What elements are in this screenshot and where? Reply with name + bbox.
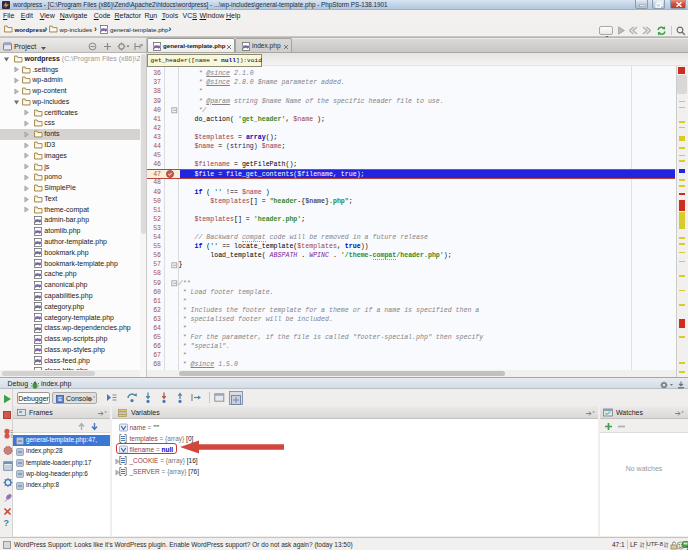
svg-text:php: php bbox=[243, 44, 249, 48]
svg-text:php: php bbox=[35, 283, 41, 287]
svg-text:*: * bbox=[105, 410, 108, 416]
svg-text:php: php bbox=[35, 273, 41, 277]
svg-text:php: php bbox=[35, 337, 41, 341]
svg-text:php: php bbox=[35, 262, 41, 266]
svg-text:E: E bbox=[58, 396, 62, 402]
svg-text:php: php bbox=[35, 359, 41, 363]
svg-text:php: php bbox=[35, 326, 41, 330]
svg-text:*: * bbox=[593, 410, 596, 416]
svg-text:*: * bbox=[682, 410, 685, 416]
svg-text:php: php bbox=[35, 305, 41, 309]
svg-text:php: php bbox=[101, 27, 107, 31]
svg-text:php: php bbox=[35, 294, 41, 298]
svg-text:php: php bbox=[35, 251, 41, 255]
svg-text:php: php bbox=[35, 240, 41, 244]
svg-text:php: php bbox=[35, 229, 41, 233]
svg-text:php: php bbox=[35, 219, 41, 223]
svg-text:php: php bbox=[35, 316, 41, 320]
svg-text:php: php bbox=[154, 44, 160, 48]
svg-text:*: * bbox=[93, 396, 95, 401]
svg-text:php: php bbox=[35, 348, 41, 352]
